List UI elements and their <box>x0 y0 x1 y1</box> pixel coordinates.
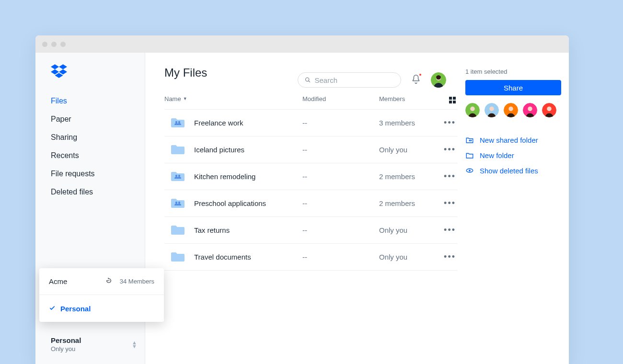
sidebar-item-paper[interactable]: Paper <box>43 110 137 128</box>
eye-icon <box>465 166 474 175</box>
column-members[interactable]: Members <box>379 95 437 102</box>
column-name[interactable]: Name ▼ <box>164 95 302 102</box>
file-modified: -- <box>302 146 379 154</box>
cursor-icon <box>105 276 113 286</box>
member-avatar[interactable] <box>485 103 499 117</box>
svg-marker-3 <box>59 69 67 75</box>
search-box[interactable] <box>298 72 401 88</box>
file-modified: -- <box>302 253 379 261</box>
action-new-shared-folder[interactable]: New shared folder <box>465 136 557 144</box>
shared-folder-icon <box>465 136 474 144</box>
sidebar-item-deleted-files[interactable]: Deleted files <box>43 183 137 201</box>
svg-line-6 <box>309 81 310 82</box>
svg-point-13 <box>175 202 177 204</box>
file-members: 2 members <box>379 172 437 181</box>
account-subtitle: Only you <box>51 345 81 353</box>
file-name-cell: Iceland pictures <box>164 143 302 156</box>
member-avatar[interactable] <box>542 103 556 117</box>
folder-icon <box>171 197 185 210</box>
folder-icon <box>171 170 185 183</box>
account-switcher[interactable]: Personal Only you ▲▼ <box>51 336 137 353</box>
row-more-button[interactable]: ••• <box>437 225 456 235</box>
notification-dot <box>418 73 422 77</box>
svg-marker-2 <box>51 69 59 75</box>
folder-icon <box>171 224 185 237</box>
folder-icon <box>171 143 185 156</box>
sidebar-item-files[interactable]: Files <box>43 92 137 110</box>
member-avatar[interactable] <box>465 103 480 117</box>
file-modified: -- <box>302 199 379 207</box>
svg-point-20 <box>508 107 513 111</box>
svg-marker-0 <box>51 64 59 69</box>
svg-point-16 <box>470 107 474 111</box>
sidebar-item-sharing[interactable]: Sharing <box>43 128 137 147</box>
column-name-label: Name <box>164 95 181 102</box>
page-title: My Files <box>164 66 207 80</box>
table-row[interactable]: Preschool applications--2 members••• <box>164 190 458 217</box>
table-row[interactable]: Freelance work--3 members••• <box>164 110 458 136</box>
account-popover: Acme 34 Members Personal <box>39 268 164 322</box>
row-more-button[interactable]: ••• <box>437 252 456 262</box>
svg-point-9 <box>175 121 177 123</box>
table-row[interactable]: Travel documents--Only you••• <box>164 244 458 271</box>
account-name: Personal <box>51 336 81 344</box>
svg-point-11 <box>175 175 177 177</box>
file-name: Preschool applications <box>194 199 266 207</box>
notifications-button[interactable] <box>411 74 421 86</box>
user-avatar[interactable] <box>431 72 446 88</box>
file-members: 2 members <box>379 199 437 207</box>
view-toggle[interactable] <box>437 94 456 103</box>
svg-point-18 <box>489 107 494 111</box>
row-more-button[interactable]: ••• <box>437 145 456 155</box>
folder-icon <box>171 116 185 129</box>
svg-point-14 <box>178 202 180 204</box>
member-avatars <box>465 103 557 117</box>
row-more-button[interactable]: ••• <box>437 171 456 182</box>
file-members: Only you <box>379 253 437 261</box>
svg-point-26 <box>471 140 472 141</box>
sidebar-item-recents[interactable]: Recents <box>43 147 137 165</box>
action-new-folder[interactable]: New folder <box>465 151 557 159</box>
column-modified[interactable]: Modified <box>302 95 379 102</box>
folder-outline-icon <box>465 151 474 159</box>
file-members: Only you <box>379 226 437 234</box>
popover-item-personal[interactable]: Personal <box>39 295 164 322</box>
main-area: My Files <box>145 53 569 364</box>
svg-point-24 <box>547 107 551 111</box>
file-members: Only you <box>379 146 437 154</box>
action-show-deleted-files[interactable]: Show deleted files <box>465 166 557 175</box>
share-button[interactable]: Share <box>465 80 561 95</box>
table-row[interactable]: Tax returns--Only you••• <box>164 217 458 244</box>
traffic-light-zoom[interactable] <box>60 42 66 47</box>
table-row[interactable]: Iceland pictures--Only you••• <box>164 136 458 163</box>
file-modified: -- <box>302 172 379 181</box>
popover-item-acme[interactable]: Acme 34 Members <box>39 268 164 295</box>
svg-point-5 <box>306 78 309 81</box>
row-more-button[interactable]: ••• <box>437 198 456 208</box>
sidebar-item-file-requests[interactable]: File requests <box>43 165 137 183</box>
table-row[interactable]: Kitchen remodeling--2 members••• <box>164 163 458 190</box>
member-avatar[interactable] <box>504 103 518 117</box>
svg-point-25 <box>469 140 471 141</box>
sort-caret-icon: ▼ <box>183 96 187 101</box>
dropbox-logo[interactable] <box>35 64 145 92</box>
member-avatar[interactable] <box>523 103 537 117</box>
sidebar-footer: Personal Only you ▲▼ <box>35 330 145 353</box>
file-name: Freelance work <box>194 119 243 127</box>
svg-point-12 <box>178 175 180 177</box>
traffic-light-close[interactable] <box>42 42 47 47</box>
file-name-cell: Preschool applications <box>164 197 302 210</box>
file-name-cell: Kitchen remodeling <box>164 170 302 183</box>
action-label: Show deleted files <box>480 167 538 175</box>
search-input[interactable] <box>314 76 394 84</box>
row-more-button[interactable]: ••• <box>437 118 456 128</box>
file-name: Travel documents <box>194 253 251 261</box>
action-label: New folder <box>480 151 514 159</box>
svg-point-22 <box>528 107 532 111</box>
traffic-light-minimize[interactable] <box>51 42 57 47</box>
svg-marker-1 <box>59 64 67 69</box>
check-icon <box>49 305 56 313</box>
svg-point-10 <box>178 121 180 123</box>
svg-point-28 <box>469 170 471 171</box>
center-column: My Files <box>164 66 458 364</box>
